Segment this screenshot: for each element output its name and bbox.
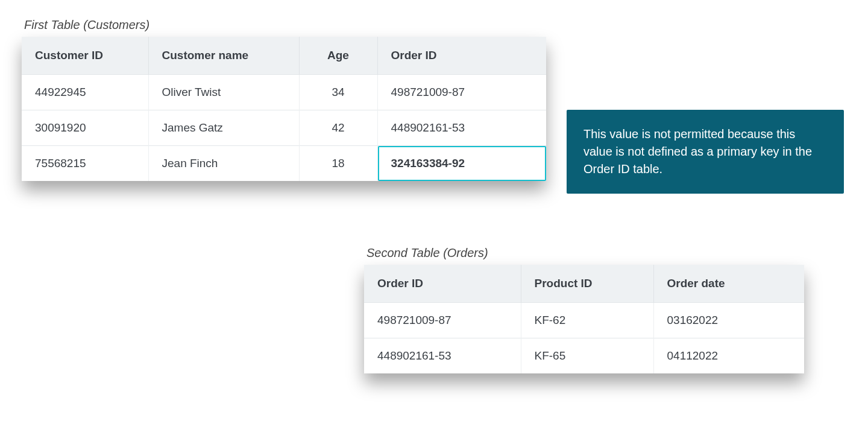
table-row: 44922945 Oliver Twist 34 498721009-87 [22,75,546,110]
customers-table-wrap: Customer ID Customer name Age Order ID 4… [22,37,546,181]
cell-product-id: KF-65 [521,338,653,374]
orders-table-block: Second Table (Orders) Order ID Product I… [364,246,804,373]
cell-order-id: 498721009-87 [364,303,521,338]
cell-order-date: 03162022 [653,303,804,338]
cell-order-id: 448902161-53 [364,338,521,374]
table-row: 75568215 Jean Finch 18 324163384-92 [22,146,546,182]
col-customer-name: Customer name [148,37,299,75]
orders-table-wrap: Order ID Product ID Order date 498721009… [364,265,804,373]
cell-customer-name: Oliver Twist [148,75,299,110]
cell-order-id-invalid: 324163384-92 [377,146,546,182]
table-row: 448902161-53 KF-65 04112022 [364,338,804,374]
cell-age: 18 [299,146,377,182]
cell-age: 42 [299,110,377,146]
cell-customer-id: 44922945 [22,75,148,110]
cell-age: 34 [299,75,377,110]
customers-caption: First Table (Customers) [22,18,546,32]
cell-customer-name: Jean Finch [148,146,299,182]
customers-table: Customer ID Customer name Age Order ID 4… [22,37,546,181]
col-order-id: Order ID [377,37,546,75]
col-product-id: Product ID [521,265,653,303]
col-order-date: Order date [653,265,804,303]
cell-order-date: 04112022 [653,338,804,374]
table-row: 30091920 James Gatz 42 448902161-53 [22,110,546,146]
orders-caption: Second Table (Orders) [364,246,804,260]
cell-customer-id: 30091920 [22,110,148,146]
col-customer-id: Customer ID [22,37,148,75]
cell-customer-id: 75568215 [22,146,148,182]
col-order-id: Order ID [364,265,521,303]
cell-customer-name: James Gatz [148,110,299,146]
customers-table-block: First Table (Customers) Customer ID Cust… [22,18,546,181]
customers-header-row: Customer ID Customer name Age Order ID [22,37,546,75]
orders-table: Order ID Product ID Order date 498721009… [364,265,804,373]
cell-order-id: 448902161-53 [377,110,546,146]
col-age: Age [299,37,377,75]
table-row: 498721009-87 KF-62 03162022 [364,303,804,338]
cell-product-id: KF-62 [521,303,653,338]
cell-order-id: 498721009-87 [377,75,546,110]
validation-callout: This value is not permitted because this… [567,110,844,194]
orders-header-row: Order ID Product ID Order date [364,265,804,303]
